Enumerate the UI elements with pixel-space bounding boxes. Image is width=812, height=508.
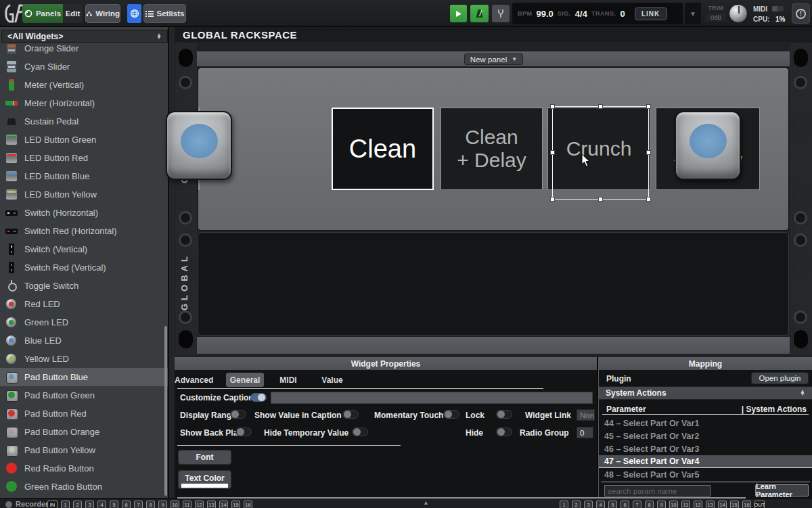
- transport-display[interactable]: BPM 99.0 SIG. 4/4 TRANS. 0 LINK: [512, 3, 683, 24]
- recorder-channel-button[interactable]: 2: [73, 501, 82, 508]
- text-color-button[interactable]: Text Color: [178, 470, 231, 489]
- transport-dropdown-caret[interactable]: ▼: [685, 3, 701, 24]
- wiring-button[interactable]: Wiring: [85, 4, 120, 23]
- recorder-channel-button[interactable]: 15: [231, 501, 240, 508]
- properties-tab[interactable]: General: [226, 373, 264, 387]
- recorder-out-badge[interactable]: OUT: [754, 501, 765, 508]
- tuner-button[interactable]: [492, 5, 510, 22]
- rack-panel-button[interactable]: Clean + Delay: [441, 108, 543, 190]
- parameter-list-item[interactable]: 45 – Select Part Or Var2: [599, 430, 812, 442]
- widget-list-item[interactable]: Cyan Slider: [0, 57, 169, 76]
- parameter-list-item[interactable]: 47 – Select Part Or Var4: [599, 455, 812, 468]
- link-button[interactable]: LINK: [635, 7, 667, 20]
- sig-value[interactable]: 4/4: [575, 9, 587, 19]
- recorder-channel-button[interactable]: 3: [85, 501, 94, 508]
- recorder-channel-button[interactable]: 14: [718, 501, 727, 508]
- recorder-channel-button[interactable]: 7: [134, 501, 143, 508]
- widget-list-item[interactable]: Green LED: [0, 313, 169, 331]
- recorder-channel-button[interactable]: 6: [122, 501, 131, 508]
- display-range-toggle[interactable]: [230, 410, 246, 419]
- new-panel-button[interactable]: New panel ▼: [464, 53, 523, 65]
- output-volume-knob[interactable]: [729, 4, 748, 23]
- font-button[interactable]: Font: [178, 450, 231, 465]
- momentary-touch-toggle[interactable]: [443, 410, 459, 419]
- properties-tab[interactable]: Value: [310, 373, 355, 387]
- recorder-channel-button[interactable]: 12: [195, 501, 204, 508]
- recorder-channel-button[interactable]: 2: [572, 501, 581, 508]
- recorder-channel-button[interactable]: 5: [110, 501, 118, 508]
- parameter-list-item[interactable]: 44 – Select Part Or Var1: [599, 417, 812, 430]
- widget-list-item[interactable]: Pad Button Orange: [0, 423, 169, 441]
- widget-list-item[interactable]: Switch Red (Horizontal): [0, 222, 169, 240]
- recorder-channel-button[interactable]: 13: [706, 501, 715, 508]
- open-plugin-button[interactable]: Open plugin: [751, 372, 809, 384]
- bpm-value[interactable]: 99.0: [537, 9, 554, 19]
- expand-up-icon[interactable]: ▲: [423, 499, 429, 506]
- parameter-search-input[interactable]: [604, 485, 710, 497]
- widget-list-item[interactable]: Sustain Pedal: [0, 112, 169, 131]
- hide-toggle[interactable]: [496, 428, 512, 436]
- widget-list-item[interactable]: LED Button Yellow: [0, 185, 169, 204]
- show-value-in-caption-toggle[interactable]: [342, 410, 359, 419]
- recorder-in-badge[interactable]: IN: [47, 501, 58, 508]
- recorder-channel-button[interactable]: 9: [657, 501, 666, 508]
- recorder-channel-button[interactable]: 9: [158, 501, 167, 508]
- widget-list-item[interactable]: Yellow LED: [0, 350, 169, 368]
- recorder-channel-button[interactable]: 14: [219, 501, 228, 508]
- recorder-channel-button[interactable]: 3: [584, 501, 593, 508]
- recorder-channel-button[interactable]: 11: [183, 501, 191, 508]
- widget-list-item[interactable]: LED Button Green: [0, 131, 169, 149]
- pad-button-widget[interactable]: [675, 111, 741, 180]
- recorder-channel-button[interactable]: 10: [669, 501, 678, 508]
- parameter-list-item[interactable]: 46 – Select Part Or Var3: [599, 442, 812, 455]
- play-button[interactable]: [450, 5, 467, 22]
- recorder-channel-button[interactable]: 11: [681, 501, 690, 508]
- hide-temporary-value-toggle[interactable]: [352, 428, 368, 436]
- recorder-channel-button[interactable]: 13: [207, 501, 216, 508]
- widget-list-item[interactable]: Toggle Switch: [0, 277, 169, 295]
- rack-panel-empty[interactable]: [198, 232, 789, 336]
- radio-group-value[interactable]: 0: [577, 427, 593, 438]
- recorder-channel-button[interactable]: 8: [645, 501, 654, 508]
- rack-panel-button[interactable]: Crunch: [547, 108, 650, 190]
- sidebar-scrollbar[interactable]: [164, 326, 167, 496]
- recorder-channel-button[interactable]: 10: [171, 501, 179, 508]
- lock-toggle[interactable]: [496, 410, 512, 419]
- widget-list-item[interactable]: Switch (Horizontal): [0, 204, 169, 222]
- widget-list-item[interactable]: Switch (Vertical): [0, 240, 169, 258]
- widget-list-item[interactable]: Pad Button Yellow: [0, 441, 169, 459]
- recorder-channel-button[interactable]: 16: [742, 501, 751, 508]
- edit-button[interactable]: Edit: [63, 4, 83, 23]
- recorder-channel-button[interactable]: 7: [633, 501, 641, 508]
- panels-button[interactable]: Panels: [22, 4, 63, 23]
- recorder-channel-button[interactable]: 5: [608, 501, 617, 508]
- global-rackspace-button[interactable]: [127, 4, 141, 23]
- learn-parameter-button[interactable]: Learn Parameter: [755, 484, 809, 497]
- widget-list-item[interactable]: Blue LED: [0, 331, 169, 350]
- widget-list-item[interactable]: LED Button Red: [0, 149, 169, 167]
- widget-list-item[interactable]: Pad Button Blue: [0, 368, 169, 386]
- panic-button[interactable]: !: [792, 3, 810, 24]
- trans-value[interactable]: 0: [620, 9, 625, 19]
- rack-panel-button[interactable]: Clean: [332, 108, 434, 190]
- pad-button-widget[interactable]: [166, 111, 232, 180]
- widget-link-value[interactable]: None: [577, 409, 595, 421]
- widget-list-item[interactable]: Pad Button Red: [0, 405, 169, 423]
- rack-panel-button[interactable]: Crunch + Delay: [656, 108, 760, 190]
- customize-caption-toggle[interactable]: [250, 393, 267, 402]
- show-back-plate-toggle[interactable]: [235, 428, 252, 436]
- recorder-channel-button[interactable]: 12: [694, 501, 702, 508]
- recorder-channel-button[interactable]: 15: [730, 501, 739, 508]
- recorder-channel-button[interactable]: 4: [97, 501, 106, 508]
- recorder-channel-button[interactable]: 1: [560, 501, 568, 508]
- properties-tab[interactable]: MIDI: [268, 373, 309, 387]
- plugin-select-dropdown[interactable]: System Actions ▲▼: [599, 386, 812, 400]
- rack-panel-button[interactable]: [198, 108, 200, 190]
- widget-list-item[interactable]: Orange Slider: [0, 44, 169, 57]
- widget-list-item[interactable]: LED Button Blue: [0, 167, 169, 185]
- recorder-channel-button[interactable]: 6: [621, 501, 629, 508]
- widget-list-item[interactable]: Red Radio Button: [0, 459, 169, 478]
- parameter-list-item[interactable]: 48 – Select Part Or Var5: [599, 468, 812, 481]
- trim-control[interactable]: TRIM 0dB: [706, 5, 726, 22]
- bottom-scrollbar[interactable]: [177, 497, 746, 499]
